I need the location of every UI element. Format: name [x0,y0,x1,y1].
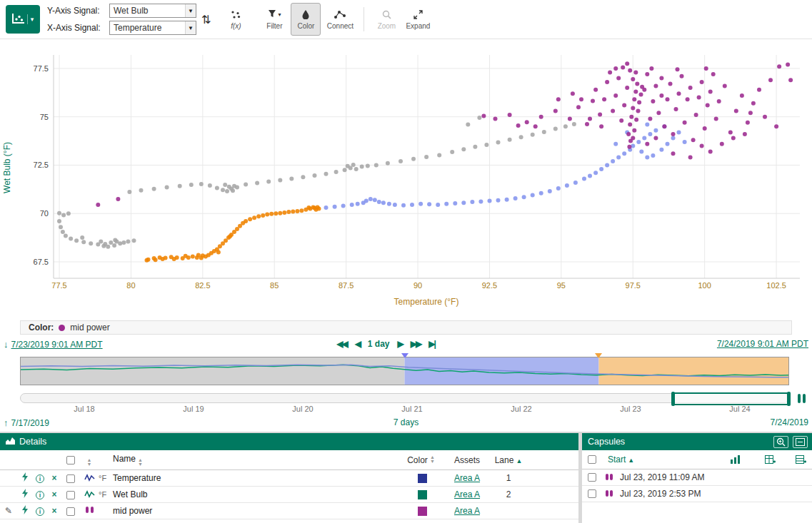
name-column-header[interactable]: Name [113,454,136,464]
select-all-checkbox[interactable] [66,456,75,464]
sort-color-control[interactable]: ▲▼ [430,455,435,465]
chevron-down-icon: ▾ [27,14,34,24]
color-button[interactable]: Color [291,3,321,36]
capsule-time-icon[interactable] [731,455,741,464]
caret-down-icon: ▾ [278,11,281,18]
svg-text:70: 70 [40,209,49,218]
remove-icon[interactable]: × [47,473,61,483]
capsule-checkbox[interactable] [588,489,596,498]
step-size-label[interactable]: 1 day [368,339,390,349]
remove-icon[interactable]: × [47,489,61,499]
y-axis-title: Wet Bulb (°F) [2,142,12,193]
capsules-panel: Capsules Start▲ Jul 23, 2019 11:09 AM [582,433,812,523]
display-range-selector[interactable] [672,392,790,405]
capsule-row[interactable]: Jul 23, 2019 11:09 AM [582,469,812,486]
assets-column-header[interactable]: Assets [438,455,488,465]
timeline-scrollbar[interactable] [20,393,789,403]
scatter-plot[interactable]: 67.57072.57577.577.58082.58587.59092.595… [0,39,812,319]
row-checkbox[interactable] [66,491,75,499]
capsule-icon [605,473,614,482]
step-forward-button[interactable]: ▶ [398,339,403,349]
step-back-fast-button[interactable]: ◀◀ [336,339,346,349]
svg-text:85: 85 [270,281,279,290]
date-tick: Jul 24 [729,405,750,413]
connect-button[interactable]: Connect [322,3,358,36]
lane-column-header[interactable]: Lane [495,455,514,465]
capsules-select-all-checkbox[interactable] [588,455,596,464]
step-to-end-button[interactable]: ▶| [428,339,435,349]
details-row-temperature: i × °F Temperature Area A 1 [0,470,578,487]
x-axis-signal-label: X-Axis Signal: [47,23,106,33]
y-axis-signal-value: Wet Bulb [114,6,148,16]
signal-icon [80,489,99,500]
display-end-link[interactable]: 7/24/2019 9:01 AM PDT [717,339,808,349]
asset-link[interactable]: Area A [454,506,480,516]
range-grip-right[interactable] [787,392,791,406]
svg-text:90: 90 [413,281,422,290]
edit-icon[interactable]: ✎ [5,506,12,516]
svg-text:97.5: 97.5 [626,281,641,290]
capsules-table-header: Start▲ [582,450,812,469]
item-name: mid power [113,506,406,516]
bolt-icon[interactable] [17,489,33,500]
scatterplot-view-button[interactable]: ▾ [6,5,40,34]
display-range-bar: ↓ 7/23/2019 9:01 AM PDT ◀◀ ◀ 1 day ▶ ▶▶ … [0,337,812,353]
date-tick: Jul 20 [292,405,313,413]
sort-asc-icon: ▲ [628,457,634,464]
color-swatch[interactable] [418,507,427,516]
investigate-duration[interactable]: 7 days [394,417,418,427]
svg-text:102.5: 102.5 [766,281,786,290]
capsule-checkbox[interactable] [588,473,596,482]
svg-text:95: 95 [557,281,566,290]
row-checkbox[interactable] [66,474,75,483]
asset-link[interactable]: Area A [454,489,480,499]
svg-text:72.5: 72.5 [34,161,49,169]
add-column-icon[interactable] [765,455,776,464]
capsule-row[interactable]: Jul 23, 2019 2:53 PM [582,486,812,502]
investigate-start-link[interactable]: 7/17/2019 [11,418,49,428]
display-start-link[interactable]: 7/23/2019 9:01 AM PDT [11,340,103,350]
info-icon[interactable]: i [36,474,44,483]
color-swatch[interactable] [418,474,427,483]
x-axis-signal-select[interactable]: Temperature ▼ [109,21,196,35]
x-axis-title: Temperature (°F) [394,297,459,307]
fx-button[interactable]: f(x) [221,3,251,36]
capsule-icon [605,489,614,498]
dropdown-arrow-icon: ▼ [185,4,196,17]
swap-axes-button[interactable]: ⇅ [201,13,211,26]
add-property-icon[interactable] [796,455,806,464]
sort-type-control[interactable]: ▲▼ [87,458,92,467]
bolt-icon[interactable] [17,472,33,484]
bolt-icon[interactable] [17,505,33,517]
asset-link[interactable]: Area A [454,473,480,483]
sort-name-control[interactable]: ▲▼ [138,458,143,467]
remove-icon[interactable]: × [47,506,61,516]
start-column-header[interactable]: Start▲ [608,455,634,464]
signal-icon [80,473,99,484]
display-range-marker[interactable] [595,353,602,358]
snap-to-end-button[interactable] [794,392,808,404]
investigate-end-link[interactable]: 7/24/2019 [771,417,808,427]
unit-label: °F [99,490,113,499]
capsule-marker-blue[interactable] [401,353,408,358]
filter-button[interactable]: ▾ Filter [259,3,289,36]
color-column-header[interactable]: Color [407,455,428,465]
y-axis-signal-select[interactable]: Wet Bulb ▼ [109,4,196,18]
date-tick: Jul 19 [183,405,204,413]
info-icon[interactable]: i [36,507,44,516]
capsule-start-time: Jul 23, 2019 2:53 PM [620,489,701,499]
range-grip-left[interactable] [671,392,675,406]
investigate-timeline[interactable] [20,357,789,385]
step-forward-fast-button[interactable]: ▶▶ [411,339,421,349]
expand-button[interactable]: Expand [403,3,433,36]
step-back-button[interactable]: ◀ [355,339,360,349]
x-axis-signal-value: Temperature [114,23,161,33]
svg-text:67.5: 67.5 [34,258,49,266]
info-icon[interactable]: i [36,491,44,499]
color-swatch[interactable] [418,490,427,499]
zoom-to-capsule-button[interactable] [773,436,788,448]
collapse-panel-button[interactable] [793,436,808,448]
item-name: Temperature [113,473,406,483]
svg-text:92.5: 92.5 [482,281,497,290]
row-checkbox[interactable] [66,507,75,516]
